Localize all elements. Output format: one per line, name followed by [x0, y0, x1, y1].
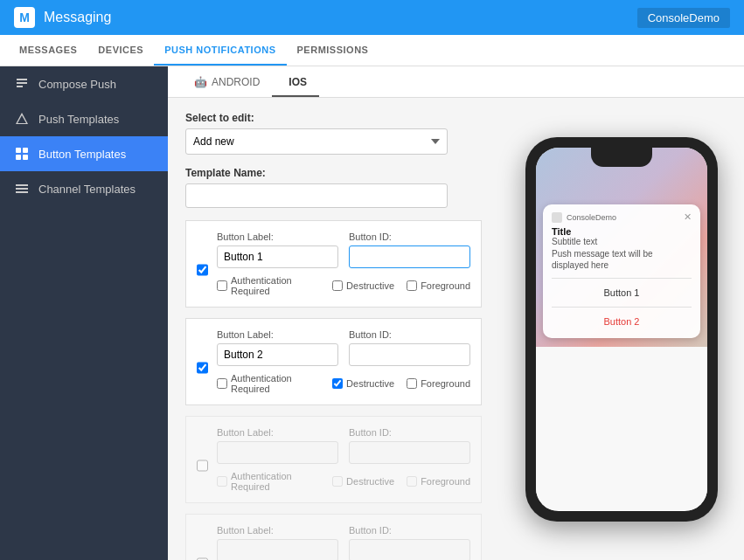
svg-rect-3: [23, 155, 28, 160]
button-2-id-field: Button ID:: [349, 329, 470, 366]
button-1-id-input[interactable]: [349, 245, 470, 268]
sidebar-item-channel-templates[interactable]: Channel Templates: [0, 171, 168, 206]
button-1-auth-check[interactable]: Authentication Required: [217, 275, 320, 296]
button-1-label-input[interactable]: [217, 245, 338, 268]
content-area: 🤖 ANDROID IOS Select to edit: Add new: [168, 66, 744, 560]
notif-close-button[interactable]: ✕: [684, 211, 692, 223]
app-header: M Messaging ConsoleDemo: [0, 0, 744, 35]
button-1-auth-checkbox[interactable]: [217, 280, 227, 291]
button-1-label-field: Button Label:: [217, 232, 338, 268]
tab-messages[interactable]: MESSAGES: [9, 35, 87, 66]
tab-devices[interactable]: DEVICES: [87, 35, 154, 66]
button-1-checkbox[interactable]: [197, 244, 208, 296]
phone-bottom: [536, 347, 707, 510]
button-2-body: Button Label: Button ID: Authen: [217, 329, 470, 394]
notification-card: ConsoleDemo ✕ Title Subtitle text Push m…: [543, 204, 700, 338]
sub-tab-ios-label: IOS: [289, 76, 307, 88]
button-3-destructive-checkbox: [332, 476, 343, 487]
button-3-id-input: [349, 441, 470, 464]
button-4-label-field: Button Label:: [217, 525, 338, 560]
notif-app-icon: [552, 212, 562, 223]
button-2-checkbox[interactable]: [197, 342, 208, 394]
sidebar-label-compose-push: Compose Push: [38, 78, 116, 91]
button-3-fields-row: Button Label: Button ID:: [217, 427, 470, 464]
button-2-label-input[interactable]: [217, 343, 338, 366]
button-2-auth-check[interactable]: Authentication Required: [217, 373, 320, 394]
button-3-label-field: Button Label:: [217, 427, 338, 464]
template-name-group: Template Name:: [185, 167, 482, 208]
button-group-1: Button Label: Button ID: Authen: [185, 220, 482, 308]
button-1-id-field: Button ID:: [349, 232, 470, 268]
button-3-label-heading: Button Label:: [217, 427, 338, 438]
button-1-id-heading: Button ID:: [349, 232, 470, 242]
svg-rect-0: [16, 148, 21, 153]
sub-tab-android[interactable]: 🤖 ANDROID: [182, 69, 272, 97]
tab-push-notifications[interactable]: PUSH NOTIFICATIONS: [154, 35, 286, 66]
button-4-fields-row: Button Label: Button ID:: [217, 525, 470, 560]
push-templates-icon: [14, 111, 30, 127]
button-2-id-input[interactable]: [349, 343, 470, 366]
button-1-foreground-check[interactable]: Foreground: [407, 280, 470, 291]
button-4-id-input: [349, 539, 470, 560]
svg-rect-2: [16, 155, 21, 160]
button-1-destructive-check[interactable]: Destructive: [332, 280, 394, 291]
button-4-id-field: Button ID:: [349, 525, 470, 560]
sidebar-item-compose-push[interactable]: Compose Push: [0, 66, 168, 101]
button-3-id-heading: Button ID:: [349, 427, 470, 438]
sidebar-item-button-templates[interactable]: Button Templates: [0, 136, 168, 171]
button-2-foreground-label: Foreground: [421, 378, 470, 389]
button-1-checks: Authentication Required Destructive Fore…: [217, 275, 470, 296]
sub-tab-ios[interactable]: IOS: [272, 69, 319, 97]
template-name-label: Template Name:: [185, 167, 482, 179]
button-4-checkbox[interactable]: [197, 537, 208, 560]
button-3-auth-checkbox: [217, 476, 227, 487]
button-3-checks: Authentication Required Destructive Fore…: [217, 471, 470, 492]
button-2-checks: Authentication Required Destructive Fore…: [217, 373, 470, 394]
button-3-foreground-check: Foreground: [407, 476, 470, 487]
button-3-auth-check: Authentication Required: [217, 471, 320, 492]
tab-permissions[interactable]: PERMISSIONS: [287, 35, 379, 66]
notif-divider-1: [552, 278, 692, 279]
notif-subtitle: Subtitle text: [552, 237, 692, 246]
sub-tab-android-label: ANDROID: [212, 76, 260, 88]
button-1-foreground-checkbox[interactable]: [407, 280, 417, 291]
button-4-body: Button Label: Button ID: Authen: [217, 525, 470, 560]
button-1-label-heading: Button Label:: [217, 232, 338, 242]
button-1-destructive-checkbox[interactable]: [332, 280, 343, 291]
button-2-auth-checkbox[interactable]: [217, 378, 227, 389]
header-left: M Messaging: [14, 7, 111, 28]
notif-header: ConsoleDemo ✕: [552, 211, 692, 223]
svg-rect-1: [23, 148, 28, 153]
button-3-checkbox[interactable]: [197, 439, 208, 492]
notif-title: Title: [552, 226, 692, 237]
sidebar-item-push-templates[interactable]: Push Templates: [0, 101, 168, 136]
select-label: Select to edit:: [185, 112, 482, 124]
select-to-edit[interactable]: Add new: [185, 128, 448, 155]
svg-rect-5: [16, 188, 28, 190]
button-4-label-heading: Button Label:: [217, 525, 338, 536]
phone-notch: [591, 148, 652, 167]
notif-body: Push message text will be displayed here: [552, 248, 692, 271]
button-2-auth-label: Authentication Required: [231, 373, 320, 394]
compose-push-icon: [14, 76, 30, 92]
button-3-label-input: [217, 441, 338, 464]
button-2-foreground-checkbox[interactable]: [407, 378, 417, 389]
phone-wallpaper: ConsoleDemo ✕ Title Subtitle text Push m…: [536, 148, 707, 348]
form-area: Select to edit: Add new Template Name:: [168, 98, 744, 560]
button-2-label-heading: Button Label:: [217, 329, 338, 340]
button-2-label-field: Button Label:: [217, 329, 338, 366]
button-3-id-field: Button ID:: [349, 427, 470, 464]
phone-preview-area: ConsoleDemo ✕ Title Subtitle text Push m…: [499, 98, 744, 560]
notif-button-1[interactable]: Button 1: [552, 283, 692, 302]
button-1-auth-label: Authentication Required: [231, 275, 320, 296]
button-2-destructive-check[interactable]: Destructive: [332, 378, 394, 389]
button-2-foreground-check[interactable]: Foreground: [407, 378, 470, 389]
notif-app-name: ConsoleDemo: [567, 213, 616, 222]
button-2-fields-row: Button Label: Button ID:: [217, 329, 470, 366]
template-name-input[interactable]: [185, 183, 448, 208]
android-icon: 🤖: [194, 76, 207, 88]
button-3-auth-label: Authentication Required: [231, 471, 320, 492]
notif-divider-2: [552, 307, 692, 308]
notif-button-2[interactable]: Button 2: [552, 312, 692, 331]
button-2-destructive-checkbox[interactable]: [332, 378, 343, 389]
